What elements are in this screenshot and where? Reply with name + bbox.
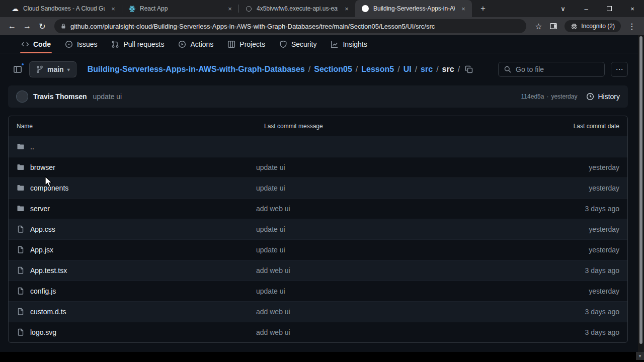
- repo-tab-insights[interactable]: Insights: [326, 35, 372, 53]
- row-commit-message-link[interactable]: add web ui: [256, 266, 522, 275]
- commit-message-link[interactable]: update ui: [93, 93, 122, 101]
- scrollbar-thumb[interactable]: [639, 36, 642, 344]
- table-row[interactable]: browser update ui yesterday: [9, 157, 627, 177]
- back-icon[interactable]: ←: [5, 19, 19, 33]
- repo-tab-projects[interactable]: Projects: [222, 35, 270, 53]
- refresh-icon[interactable]: ↻: [35, 19, 49, 33]
- file-name-link[interactable]: server: [30, 205, 50, 213]
- lock-icon: [60, 23, 66, 29]
- minimize-icon[interactable]: –: [575, 0, 598, 17]
- maximize-icon[interactable]: [598, 0, 621, 17]
- breadcrumb: Building-Serverless-Apps-in-AWS-with-Gra…: [88, 64, 474, 75]
- row-commit-date: yesterday: [522, 184, 627, 192]
- tab-search-icon[interactable]: ∨: [551, 0, 575, 17]
- row-commit-message-link[interactable]: add web ui: [256, 308, 522, 316]
- file-tree-toggle-icon[interactable]: [12, 64, 23, 75]
- tab-cloud-sandboxes[interactable]: ☁ Cloud Sandboxes - A Cloud Guru ×: [5, 0, 122, 17]
- file-name-link[interactable]: ..: [30, 143, 34, 151]
- forward-icon[interactable]: →: [20, 19, 34, 33]
- repo-tab-security[interactable]: Security: [274, 35, 322, 53]
- file-name-link[interactable]: App.jsx: [30, 246, 53, 254]
- file-icon: [17, 246, 25, 254]
- tab-execute-api[interactable]: 4x5bivwfw6.execute-api.us-east- ×: [238, 0, 355, 17]
- branch-selector-button[interactable]: main ▾: [29, 61, 76, 77]
- go-to-file-button[interactable]: Go to file: [498, 62, 605, 77]
- url-input[interactable]: github.com/pluralsight-cloud/Building-Se…: [54, 19, 526, 33]
- row-commit-message-link[interactable]: update ui: [256, 184, 522, 192]
- row-commit-message-link[interactable]: add web ui: [256, 205, 522, 213]
- breadcrumb-repo-link[interactable]: Building-Serverless-Apps-in-AWS-with-Gra…: [88, 65, 314, 74]
- repo-nav: Code Issues Pull requests Actions Projec…: [0, 35, 644, 53]
- folder-icon: [17, 163, 25, 171]
- table-row[interactable]: config.js update ui yesterday: [9, 281, 627, 301]
- table-row[interactable]: ..: [9, 136, 627, 157]
- table-row[interactable]: App.test.tsx add web ui 3 days ago: [9, 260, 627, 281]
- tab-github-repo[interactable]: Building-Serverless-Apps-in-AW ×: [355, 0, 472, 17]
- close-window-icon[interactable]: ×: [621, 0, 644, 17]
- row-commit-message-link[interactable]: add web ui: [256, 328, 522, 336]
- row-commit-message-link[interactable]: update ui: [256, 287, 522, 295]
- file-name-link[interactable]: browser: [30, 163, 55, 171]
- branch-icon: [36, 65, 44, 73]
- breadcrumb-link[interactable]: src: [421, 65, 442, 74]
- repo-tab-issues[interactable]: Issues: [60, 35, 102, 53]
- file-name-link[interactable]: custom.d.ts: [30, 308, 66, 316]
- folder-icon: [17, 143, 25, 151]
- side-panel-icon[interactable]: [546, 19, 560, 33]
- notification-dot: [21, 62, 25, 66]
- tab-react-app[interactable]: React App ×: [122, 0, 238, 17]
- more-options-icon[interactable]: ⋯: [611, 62, 628, 77]
- table-row[interactable]: App.jsx update ui yesterday: [9, 239, 627, 260]
- file-name-link[interactable]: config.js: [30, 287, 56, 295]
- tab-close-icon[interactable]: ×: [109, 4, 118, 13]
- incognito-badge[interactable]: Incognito (2): [565, 20, 621, 32]
- file-name-link[interactable]: App.css: [30, 225, 55, 233]
- file-icon: [17, 287, 25, 295]
- file-icon: [17, 308, 25, 316]
- issue-icon: [65, 40, 73, 48]
- breadcrumb-link[interactable]: UI: [404, 65, 421, 74]
- scrollbar[interactable]: [638, 35, 644, 352]
- repo-tab-code[interactable]: Code: [16, 35, 56, 53]
- repo-tab-actions[interactable]: Actions: [173, 35, 218, 53]
- file-name-link[interactable]: logo.svg: [30, 328, 56, 336]
- globe-favicon-icon: [245, 5, 253, 13]
- tab-close-icon[interactable]: ×: [342, 4, 351, 13]
- commit-author-link[interactable]: Travis Thomsen: [33, 93, 87, 101]
- avatar[interactable]: [16, 90, 28, 103]
- go-to-file-placeholder: Go to file: [516, 65, 544, 73]
- table-row[interactable]: logo.svg add web ui 3 days ago: [9, 322, 627, 342]
- file-name-link[interactable]: components: [30, 184, 68, 192]
- scroll-down-icon[interactable]: ▾: [636, 352, 644, 360]
- table-row[interactable]: App.css update ui yesterday: [9, 219, 627, 239]
- browser-menu-icon[interactable]: ⋮: [625, 19, 639, 33]
- commit-meta: 114ed5a · yesterday: [521, 93, 578, 100]
- breadcrumb-link[interactable]: Lesson5: [361, 65, 403, 74]
- tab-close-icon[interactable]: ×: [225, 4, 234, 13]
- copy-path-icon[interactable]: [463, 64, 474, 75]
- browser-window: ☁ Cloud Sandboxes - A Cloud Guru × React…: [0, 0, 644, 362]
- table-row[interactable]: server add web ui 3 days ago: [9, 198, 627, 219]
- breadcrumb-link[interactable]: Section05: [314, 65, 361, 74]
- bookmark-star-icon[interactable]: ☆: [531, 19, 545, 33]
- new-tab-button[interactable]: +: [476, 2, 490, 16]
- row-commit-message-link[interactable]: update ui: [256, 163, 522, 171]
- table-row[interactable]: components update ui yesterday: [9, 177, 627, 198]
- breadcrumb-current: src: [442, 65, 463, 74]
- repo-tab-pull-requests[interactable]: Pull requests: [106, 35, 169, 53]
- repo-tab-label: Issues: [77, 40, 97, 48]
- row-commit-message-link[interactable]: update ui: [256, 225, 522, 233]
- history-button[interactable]: History: [586, 93, 620, 101]
- file-icon: [17, 266, 25, 275]
- actions-icon: [178, 40, 186, 48]
- column-header-message: Last commit message: [256, 123, 522, 130]
- file-name-link[interactable]: App.test.tsx: [30, 266, 67, 275]
- tab-strip: ☁ Cloud Sandboxes - A Cloud Guru × React…: [0, 0, 644, 17]
- tab-close-icon[interactable]: ×: [459, 4, 468, 13]
- row-commit-date: yesterday: [522, 163, 627, 171]
- row-commit-message-link[interactable]: update ui: [256, 246, 522, 254]
- letterbox-bar: [0, 352, 644, 362]
- commit-sha-link[interactable]: 114ed5a: [521, 93, 544, 100]
- column-header-name: Name: [9, 123, 256, 130]
- table-row[interactable]: custom.d.ts add web ui 3 days ago: [9, 301, 627, 322]
